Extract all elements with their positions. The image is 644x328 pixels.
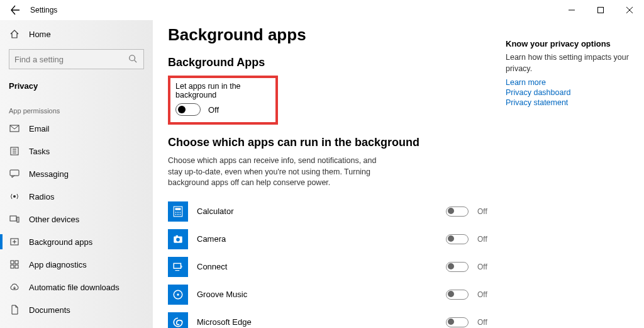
sidebar-section-header: App permissions	[0, 97, 153, 117]
arrow-left-icon	[10, 5, 20, 15]
app-icon	[168, 312, 188, 329]
sidebar-item-background-apps[interactable]: Background apps	[0, 230, 153, 253]
messaging-icon	[9, 168, 20, 179]
svg-point-22	[175, 212, 177, 213]
right-pane: Know your privacy options Learn how this…	[506, 20, 644, 328]
minimize-icon	[569, 7, 575, 13]
svg-point-25	[175, 213, 177, 215]
app-icon	[168, 257, 188, 277]
documents-icon	[9, 304, 20, 315]
svg-point-29	[176, 237, 180, 241]
window-title: Settings	[30, 6, 57, 14]
master-toggle-label: Let apps run in the background	[175, 82, 270, 99]
diagnostics-icon	[9, 259, 20, 270]
sidebar-item-email[interactable]: Email	[0, 117, 153, 140]
app-toggle-state: Off	[477, 207, 495, 216]
sidebar-item-app-diagnostics[interactable]: App diagnostics	[0, 253, 153, 276]
svg-rect-16	[11, 261, 14, 264]
svg-line-5	[135, 60, 137, 63]
link-privacy-statement[interactable]: Privacy statement	[506, 98, 634, 107]
app-toggle-state: Off	[477, 235, 495, 244]
sidebar-section-privacy[interactable]: Privacy	[0, 74, 153, 97]
svg-rect-14	[17, 217, 19, 222]
sidebar-item-tasks[interactable]: Tasks	[0, 140, 153, 162]
app-toggle[interactable]	[446, 234, 469, 244]
svg-point-33	[177, 293, 179, 295]
main-content: Background apps Background Apps Let apps…	[168, 20, 495, 328]
sidebar-item-other-devices[interactable]: Other devices	[0, 208, 153, 230]
svg-rect-18	[11, 265, 14, 268]
app-toggle[interactable]	[446, 317, 469, 327]
svg-point-24	[179, 212, 180, 213]
titlebar: Settings	[0, 0, 644, 20]
sidebar: Home Privacy App permissions Email Tasks…	[0, 20, 153, 328]
sidebar-item-auto-downloads[interactable]: Automatic file downloads	[0, 276, 153, 298]
svg-rect-31	[174, 263, 180, 268]
page-title: Background apps	[168, 25, 495, 45]
link-privacy-dashboard[interactable]: Privacy dashboard	[506, 88, 634, 97]
app-icon	[168, 229, 188, 249]
right-heading: Know your privacy options	[506, 39, 634, 48]
background-apps-icon	[9, 236, 20, 247]
master-toggle-state: Off	[208, 105, 219, 115]
svg-point-26	[177, 213, 179, 215]
minimize-button[interactable]	[557, 0, 586, 20]
app-row: CalculatorOff	[168, 198, 495, 225]
maximize-icon	[597, 7, 604, 13]
mail-icon	[9, 123, 20, 134]
radios-icon	[9, 191, 20, 202]
section2-desc: Choose which apps can receive info, send…	[168, 156, 382, 189]
home-icon	[9, 28, 20, 40]
svg-point-23	[177, 212, 179, 213]
app-row: Microsoft EdgeOff	[168, 308, 495, 329]
search-input[interactable]	[14, 55, 128, 64]
back-button[interactable]	[8, 3, 23, 18]
app-toggle[interactable]	[446, 206, 469, 217]
svg-point-4	[130, 55, 135, 61]
tasks-icon	[9, 145, 20, 157]
app-name: Calculator	[197, 206, 234, 216]
svg-rect-11	[10, 170, 19, 176]
app-toggle[interactable]	[446, 290, 469, 300]
app-name: Microsoft Edge	[197, 317, 252, 327]
app-name: Connect	[197, 262, 227, 271]
close-icon	[626, 7, 633, 13]
svg-point-27	[179, 213, 180, 215]
svg-rect-30	[176, 235, 178, 236]
close-button[interactable]	[615, 0, 644, 20]
app-toggle-state: Off	[477, 290, 495, 299]
download-icon	[9, 281, 20, 293]
devices-icon	[9, 213, 20, 225]
highlight-annotation: Let apps run in the background Off	[168, 76, 278, 125]
search-icon	[128, 54, 138, 64]
app-name: Groove Music	[197, 290, 247, 299]
app-toggle-state: Off	[477, 318, 495, 327]
section1-title: Background Apps	[168, 56, 495, 69]
sidebar-home[interactable]: Home	[0, 23, 153, 45]
master-toggle[interactable]	[175, 103, 201, 116]
sidebar-home-label: Home	[29, 30, 51, 39]
app-name: Camera	[197, 234, 226, 244]
app-icon	[168, 201, 188, 222]
app-icon	[168, 285, 188, 305]
svg-point-12	[13, 195, 16, 198]
svg-rect-1	[598, 8, 604, 13]
svg-rect-19	[15, 265, 18, 268]
app-row: CameraOff	[168, 225, 495, 253]
svg-rect-13	[10, 216, 16, 221]
window-controls	[557, 0, 644, 20]
search-box[interactable]	[9, 49, 144, 69]
right-desc: Learn how this setting impacts your priv…	[506, 52, 634, 74]
app-row: ConnectOff	[168, 253, 495, 281]
link-learn-more[interactable]: Learn more	[506, 78, 634, 87]
app-row: Groove MusicOff	[168, 281, 495, 308]
section2-title: Choose which apps can run in the backgro…	[168, 136, 495, 149]
sidebar-item-messaging[interactable]: Messaging	[0, 162, 153, 185]
svg-rect-17	[15, 261, 18, 264]
sidebar-item-radios[interactable]: Radios	[0, 185, 153, 208]
app-toggle[interactable]	[446, 262, 469, 272]
sidebar-item-documents[interactable]: Documents	[0, 298, 153, 321]
maximize-button[interactable]	[586, 0, 615, 20]
svg-rect-21	[175, 208, 181, 210]
app-toggle-state: Off	[477, 263, 495, 271]
